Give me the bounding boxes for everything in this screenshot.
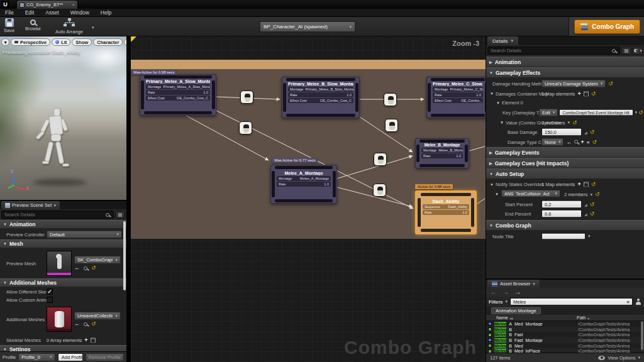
- combo-graph-canvas[interactable]: Zoom -3 Was Active for 0.98 secs: [131, 36, 486, 362]
- auto-arrange-dropdown-caret[interactable]: ▾: [92, 25, 94, 30]
- back-icon[interactable]: ←: [491, 289, 497, 295]
- chevron-down-icon[interactable]: ▾: [588, 234, 591, 239]
- reset-icon[interactable]: ↺: [591, 182, 596, 187]
- viewport-menu-caret[interactable]: ▾: [1, 38, 9, 46]
- reset-icon[interactable]: ↺: [590, 129, 595, 134]
- base-damage-field[interactable]: 150,0: [541, 128, 582, 136]
- menu-file[interactable]: File: [5, 9, 14, 16]
- details-section-gameplay-cues[interactable]: ▶Gameplay Cues (Hit Impacts): [486, 158, 644, 168]
- reset-icon[interactable]: ↺: [572, 119, 577, 125]
- reset-icon[interactable]: ↺: [592, 139, 597, 145]
- perspective-button[interactable]: Perspective: [11, 38, 50, 46]
- preview-panel-scrollbar[interactable]: [123, 221, 126, 290]
- edit-tag-dropdown[interactable]: Edit ▾: [539, 108, 558, 116]
- column-name[interactable]: Name▴▴: [486, 315, 574, 320]
- details-search-input[interactable]: [488, 48, 612, 53]
- graph-node-melee-a[interactable]: Melee_A_Montage MontageMelee_A_Montage R…: [270, 165, 337, 204]
- mouse-input-icon[interactable]: [374, 153, 387, 166]
- graph-node-melee-b[interactable]: Melee_B_Montage MontageMelee_B_Montage R…: [415, 138, 469, 168]
- asset-tab[interactable]: CG_Enemy_BT** ×: [17, 1, 77, 9]
- clear-search-icon[interactable]: ×: [626, 299, 630, 305]
- mouse-input-icon[interactable]: [239, 121, 252, 134]
- additional-meshes-thumbnail[interactable]: [47, 307, 72, 332]
- menu-asset[interactable]: Asset: [45, 9, 58, 16]
- menu-edit[interactable]: Edit: [25, 9, 35, 16]
- preview-mesh-thumbnail[interactable]: [47, 251, 72, 276]
- preview-scene-settings-tab[interactable]: Preview Scene Set ▾: [1, 201, 60, 209]
- trash-icon[interactable]: [584, 90, 589, 96]
- add-profile-button[interactable]: Add Profile: [58, 353, 83, 361]
- save-button[interactable]: Save: [4, 18, 14, 33]
- use-selected-icon[interactable]: ←: [74, 265, 80, 271]
- section-mesh[interactable]: ▼Mesh: [0, 239, 126, 248]
- preview-viewport[interactable]: ▾ Perspective Lit Show Character LOD Aut…: [0, 36, 126, 200]
- trash-icon[interactable]: [91, 337, 96, 343]
- damage-type-dropdown[interactable]: None ▾: [541, 138, 564, 146]
- graph-node-dash-ability[interactable]: Dash_Ability SequenceDash_Ability Rate1.…: [415, 190, 477, 234]
- mouse-input-icon[interactable]: [373, 184, 386, 197]
- asset-row[interactable]: Melee_B /ComboGraphTests/Anima: [486, 327, 644, 332]
- spinbox-corner-icon[interactable]: ◢: [584, 202, 587, 206]
- show-button[interactable]: Show: [72, 38, 92, 46]
- mouse-input-icon[interactable]: [384, 93, 397, 106]
- reset-icon[interactable]: ↺: [608, 80, 613, 86]
- reset-icon[interactable]: ↺: [91, 321, 96, 327]
- asset-row[interactable]: Melee_B_Med /ComboGraphTests/Anima: [486, 343, 644, 349]
- column-path[interactable]: Path▴: [574, 315, 589, 320]
- forward-icon[interactable]: →: [502, 289, 509, 295]
- go-icon[interactable]: →: [514, 289, 521, 295]
- details-section-gameplay-events[interactable]: ▶Gameplay Events: [486, 147, 644, 158]
- preview-actor-dropdown[interactable]: BP_Character_AI (spawned) ▾: [260, 21, 355, 32]
- add-element-icon[interactable]: +: [577, 90, 580, 96]
- gameplay-tag-field[interactable]: ComboGraphTest.Event.Montage.Hit: [559, 109, 633, 116]
- reset-icon[interactable]: ↺: [595, 192, 600, 197]
- spinbox-corner-icon[interactable]: ◢: [584, 211, 587, 216]
- mouse-input-icon[interactable]: [385, 119, 398, 132]
- asset-search-input[interactable]: [513, 299, 626, 305]
- combo-graph-button[interactable]: Combo Graph: [574, 19, 640, 34]
- clear-icon[interactable]: ×: [587, 139, 590, 145]
- display-grid-icon[interactable]: ▦: [621, 47, 631, 55]
- browse-button[interactable]: Browse: [25, 18, 41, 31]
- node-title-field[interactable]: [541, 233, 586, 239]
- chevron-down-icon[interactable]: ▾: [506, 299, 508, 304]
- add-icon[interactable]: +: [580, 139, 584, 145]
- additional-meshes-dropdown[interactable]: UnsavedCollection ▾: [74, 312, 121, 320]
- details-section-auto-setup[interactable]: ▼Auto Setup: [486, 168, 644, 179]
- menu-window[interactable]: Window: [70, 9, 89, 16]
- use-selected-icon[interactable]: ←: [74, 321, 80, 327]
- preview-controller-dropdown[interactable]: Default ▾: [47, 230, 122, 238]
- spinbox-corner-icon[interactable]: ◢: [584, 129, 587, 134]
- start-percent-field[interactable]: 0,2: [541, 200, 582, 208]
- reset-icon[interactable]: ↺: [91, 265, 96, 271]
- person-filter-icon[interactable]: [635, 299, 641, 305]
- menu-help[interactable]: Help: [101, 9, 111, 16]
- browse-to-asset-icon[interactable]: [84, 266, 87, 270]
- profile-dropdown[interactable]: Profile_0 ▾: [18, 353, 55, 361]
- reset-icon[interactable]: ↺: [638, 109, 643, 115]
- reset-icon[interactable]: ↺: [591, 90, 596, 96]
- details-section-animation[interactable]: ▶Animation: [486, 57, 644, 67]
- chevron-down-icon[interactable]: ▾: [635, 110, 637, 115]
- chevron-down-icon[interactable]: ▾: [568, 120, 570, 125]
- graph-node-primary-melee-b[interactable]: Primary_Melee_B_Slow_Montage MontagePrim…: [282, 77, 360, 118]
- graph-node-primary-melee-c[interactable]: Primary_Melee_C_Slow_Mo MontagePrimary_M…: [426, 77, 486, 118]
- reset-icon[interactable]: ↺: [590, 211, 595, 216]
- asset-search-box[interactable]: ×: [510, 298, 633, 305]
- use-selected-icon[interactable]: ←: [566, 139, 572, 145]
- end-percent-field[interactable]: 0,6: [541, 209, 582, 217]
- ans-class-dropdown[interactable]: ANS_TestCollision_Act ▾: [501, 190, 560, 197]
- browse-to-asset-icon[interactable]: [574, 140, 578, 144]
- mouse-input-icon[interactable]: [240, 90, 253, 104]
- lit-button[interactable]: Lit: [52, 38, 70, 46]
- view-options-eye-icon[interactable]: ▾: [633, 47, 643, 55]
- allow-custom-animbp-checkbox[interactable]: [47, 297, 53, 303]
- graph-node-primary-melee-a[interactable]: Primary_Melee_A_Slow_Montage MontagePrim…: [140, 74, 216, 116]
- tab-close-icon[interactable]: ×: [72, 2, 75, 8]
- asset-list-scrollbar[interactable]: [641, 321, 643, 350]
- animation-montage-chip[interactable]: Animation Montage: [491, 307, 541, 314]
- details-tab[interactable]: Details ▾: [487, 36, 518, 45]
- character-button[interactable]: Character: [93, 38, 123, 46]
- preview-search-box[interactable]: [1, 211, 114, 219]
- details-search-box[interactable]: [487, 47, 620, 55]
